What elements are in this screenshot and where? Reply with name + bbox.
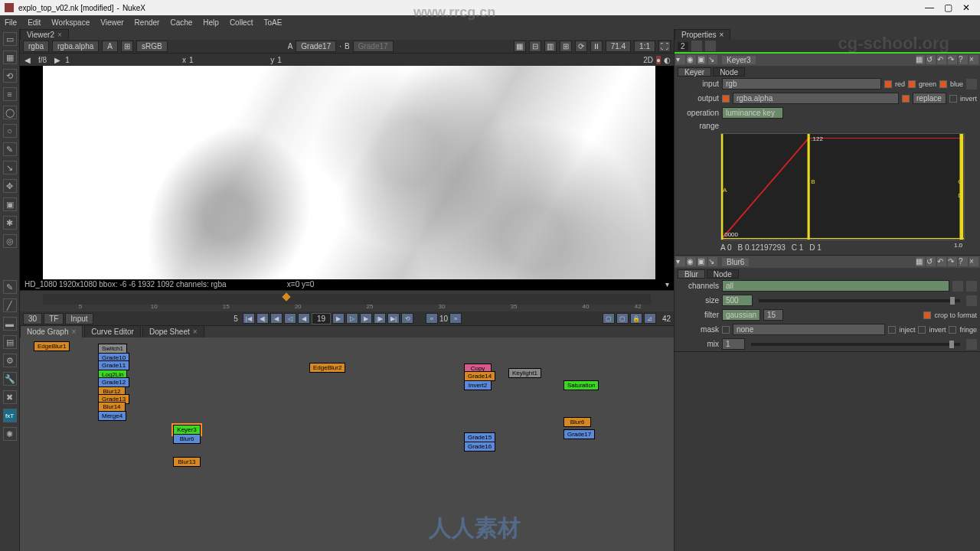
minimize-button[interactable]: —	[920, 2, 939, 13]
filter-dropdown[interactable]: gaussian	[722, 309, 760, 321]
node-grade16[interactable]: Grade16	[464, 442, 495, 452]
subtab-keyer[interactable]: Keyer	[678, 67, 711, 77]
close-panel-icon[interactable]: ×	[969, 55, 978, 64]
red-checkbox[interactable]	[884, 80, 892, 88]
next-frame-button[interactable]: ▶	[360, 313, 372, 324]
tab-curve-editor[interactable]: Curve Editor	[84, 325, 141, 338]
step-back-button[interactable]: ◁	[284, 313, 296, 324]
snap-icon[interactable]: ⊿	[644, 313, 656, 324]
node-keylight1[interactable]: Keylight1	[508, 368, 541, 378]
revert-icon[interactable]: ↺	[926, 257, 936, 266]
mix-slider[interactable]	[751, 343, 960, 346]
channels-add-icon[interactable]	[966, 281, 977, 292]
trash-icon[interactable]	[705, 41, 716, 51]
enable-icon[interactable]: ◉	[687, 257, 696, 266]
crop-checkbox[interactable]	[923, 311, 931, 319]
input-dropdown[interactable]: rgb	[722, 78, 881, 90]
in-button[interactable]: ▢	[603, 313, 615, 324]
zoom-ratio[interactable]: 1:1	[634, 41, 655, 52]
collapse-icon[interactable]: ▾	[676, 55, 685, 64]
first-frame-button[interactable]: |◀	[243, 313, 255, 324]
redo-icon[interactable]: ↷	[948, 257, 957, 266]
range-curve[interactable]: .122 .0000 1.0 A B C D	[720, 133, 965, 240]
replace-checkbox[interactable]	[902, 95, 910, 103]
node-blur6 [interactable]: Blur6	[564, 417, 591, 427]
proxy-icon[interactable]: ⊟	[529, 41, 541, 52]
node-blur6[interactable]: Blur6	[173, 434, 201, 444]
link-icon[interactable]: ↘	[708, 55, 717, 64]
mix-field[interactable]: 1	[722, 338, 745, 350]
node-grade17[interactable]: Grade17	[564, 429, 595, 439]
node-icon[interactable]: ▣	[697, 257, 707, 266]
channel-a-dropdown[interactable]: rgba	[23, 41, 49, 52]
menu-viewer[interactable]: Viewer	[100, 18, 123, 27]
invert-checkbox[interactable]	[949, 95, 957, 103]
operation-dropdown[interactable]: luminance key	[722, 107, 783, 119]
menu-help[interactable]: Help	[203, 18, 219, 27]
node-saturation[interactable]: Saturation	[564, 380, 599, 390]
expand-icon[interactable]: ⛶	[658, 41, 671, 52]
input-a-dropdown[interactable]: Grade17	[296, 41, 336, 52]
undo-icon[interactable]: ↶	[937, 55, 946, 64]
tool-wrench[interactable]: 🔧	[3, 372, 17, 386]
record-icon[interactable]: ●	[656, 56, 661, 64]
fstop-value[interactable]: f/8	[35, 56, 50, 64]
tool-select[interactable]: ▭	[3, 32, 17, 46]
quality-field[interactable]: 15	[763, 309, 783, 321]
last-frame-button[interactable]: ▶|	[387, 313, 400, 324]
tf-dropdown[interactable]: TF	[44, 313, 64, 324]
refresh-icon[interactable]: ⟳	[575, 41, 587, 52]
add-icon[interactable]	[966, 79, 977, 90]
close-icon[interactable]: ×	[720, 31, 724, 39]
node-graph[interactable]: EdgeBlur1Switch1Grade10Grade11Log2LinGra…	[20, 337, 674, 551]
lock-icon[interactable]: 🔒	[630, 313, 642, 324]
prev-arrow[interactable]: ◀	[23, 56, 32, 64]
node-edgeblur1[interactable]: EdgeBlur1	[34, 341, 70, 351]
undo-icon[interactable]: ↶	[937, 257, 946, 266]
size-field[interactable]: 500	[722, 295, 753, 306]
tool-circle[interactable]: ◯	[3, 106, 17, 119]
drag-icon[interactable]: ▦	[916, 257, 925, 266]
current-frame[interactable]: 19	[312, 313, 331, 324]
mask-enable-checkbox[interactable]	[722, 326, 730, 334]
invert-checkbox[interactable]	[918, 326, 926, 334]
clip-icon[interactable]: ▥	[544, 41, 557, 52]
playhead[interactable]	[282, 292, 290, 301]
close-icon[interactable]: ×	[57, 31, 62, 39]
close-panel-icon[interactable]: ×	[969, 257, 978, 266]
tool-box[interactable]: ▬	[3, 317, 17, 331]
range-start-button[interactable]: «	[426, 313, 438, 324]
lock-icon[interactable]	[691, 41, 702, 51]
channel-b-dropdown[interactable]: rgba.alpha	[52, 41, 99, 52]
out-button[interactable]: ▢	[616, 313, 629, 324]
menu-edit[interactable]: Edit	[28, 18, 41, 27]
zoom-level[interactable]: 71.4	[606, 41, 631, 52]
collapse-icon[interactable]: ▾	[676, 257, 685, 266]
fps-dropdown[interactable]: 30	[23, 313, 42, 324]
close-button[interactable]: ✕	[957, 2, 975, 13]
layer-dropdown[interactable]: A	[102, 41, 118, 52]
close-icon[interactable]: ×	[71, 328, 76, 336]
menu-file[interactable]: File	[5, 18, 17, 27]
node-invert2[interactable]: Invert2	[464, 380, 492, 390]
input-dropdown[interactable]: Input	[65, 313, 93, 324]
tool-star[interactable]: ✱	[3, 216, 17, 230]
tool-pen[interactable]: ✎	[3, 280, 17, 294]
toggle-icon[interactable]: ⊞	[121, 41, 133, 52]
next-key-button[interactable]: |▶	[374, 313, 386, 324]
tab-dope-sheet[interactable]: Dope Sheet×	[142, 325, 204, 338]
tool-move[interactable]: ✥	[3, 179, 17, 193]
ab-icon[interactable]: ⊞	[560, 41, 572, 52]
redo-icon[interactable]: ↷	[948, 55, 957, 64]
tool-gear[interactable]: ⚙	[3, 354, 17, 367]
fringe-checkbox[interactable]	[949, 326, 956, 334]
tab-node-graph[interactable]: Node Graph×	[20, 325, 83, 338]
viewer-mode[interactable]: 2D	[643, 56, 653, 64]
close-icon[interactable]: ×	[193, 328, 198, 336]
menu-collect[interactable]: Collect	[230, 18, 253, 27]
viewport[interactable]	[20, 66, 674, 279]
menu-render[interactable]: Render	[135, 18, 160, 27]
tool-spark[interactable]: ✺	[3, 427, 17, 441]
step-fwd-button[interactable]: ▷	[346, 313, 358, 324]
play-button[interactable]: ▶	[332, 313, 345, 324]
